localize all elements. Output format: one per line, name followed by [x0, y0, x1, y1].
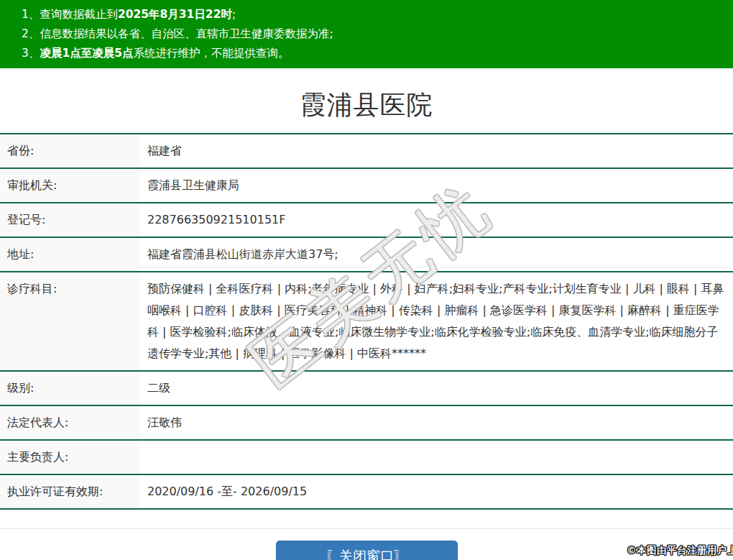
row-label: 法定代表人: [0, 406, 140, 439]
row-value: 福建省霞浦县松山街道赤岸大道37号; [140, 238, 733, 271]
row-value: 福建省 [140, 134, 733, 167]
notice-line: 1、查询数据截止到2025年8月31日22时; [22, 5, 726, 24]
row-value: 2020/09/16 -至- 2026/09/15 [140, 475, 733, 508]
row-label: 省份: [0, 134, 140, 167]
row-value: 预防保健科 | 全科医疗科 | 内科;老年病专业 | 外科 | 妇产科;妇科专业… [140, 272, 733, 370]
notice-text-bold: 凌晨1点至凌晨5点 [40, 47, 133, 60]
row-label: 级别: [0, 372, 140, 405]
table-row: 审批机关:霞浦县卫生健康局 [0, 169, 733, 203]
row-label: 地址: [0, 238, 140, 271]
row-value [140, 441, 733, 474]
details-table: 省份:福建省审批机关:霞浦县卫生健康局登记号:22876635092151015… [0, 133, 733, 510]
close-window-button[interactable]: 〖关闭窗口〗 [276, 541, 458, 560]
notice-line: 3、凌晨1点至凌晨5点系统进行维护，不能提供查询。 [22, 44, 726, 63]
row-label: 主要负责人: [0, 441, 140, 474]
notice-banner: 1、查询数据截止到2025年8月31日22时;2、信息数据结果以各省、自治区、直… [0, 0, 733, 68]
notice-text-pre: 信息数据结果以各省、自治区、直辖市卫生健康委数据为准; [40, 27, 333, 40]
notice-text-num: 1、 [22, 8, 40, 21]
row-value: 228766350921510151F [140, 203, 733, 237]
table-row: 地址:福建省霞浦县松山街道赤岸大道37号; [0, 238, 733, 272]
copyright-watermark: ©本图由平台注册用户上传 [627, 544, 733, 557]
notice-text-pre: 查询数据截止到 [40, 8, 118, 21]
separator-line [0, 528, 733, 529]
table-row: 执业许可证有效期:2020/09/16 -至- 2026/09/15 [0, 475, 733, 510]
table-row: 法定代表人:汪敬伟 [0, 406, 733, 441]
table-row: 级别:二级 [0, 372, 733, 406]
row-label: 登记号: [0, 203, 140, 237]
row-label: 诊疗科目: [0, 272, 140, 370]
table-row: 诊疗科目:预防保健科 | 全科医疗科 | 内科;老年病专业 | 外科 | 妇产科… [0, 272, 733, 372]
row-label: 执业许可证有效期: [0, 475, 140, 508]
row-value: 二级 [140, 372, 733, 405]
notice-text-post: 系统进行维护，不能提供查询。 [133, 47, 289, 60]
notice-line: 2、信息数据结果以各省、自治区、直辖市卫生健康委数据为准; [22, 24, 726, 44]
query-result-page: 1、查询数据截止到2025年8月31日22时;2、信息数据结果以各省、自治区、直… [0, 0, 733, 560]
notice-text-post: ; [232, 8, 236, 21]
table-row: 登记号:228766350921510151F [0, 203, 733, 238]
row-label: 审批机关: [0, 169, 140, 202]
table-row: 主要负责人: [0, 441, 733, 475]
notice-text-num: 2、 [22, 27, 40, 40]
page-title: 霞浦县医院 [0, 68, 733, 133]
row-value: 霞浦县卫生健康局 [140, 169, 733, 202]
row-value: 汪敬伟 [140, 406, 733, 439]
table-row: 省份:福建省 [0, 134, 733, 169]
notice-text-num: 3、 [22, 47, 40, 60]
notice-text-bold: 2025年8月31日22时 [118, 8, 232, 21]
